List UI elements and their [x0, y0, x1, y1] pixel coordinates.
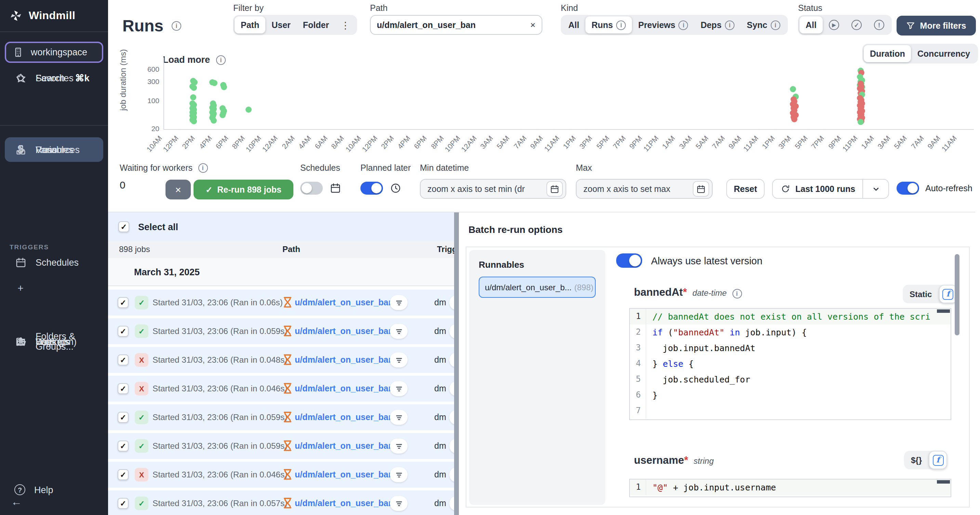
filter-by-path-icon[interactable] — [390, 439, 407, 453]
job-checkbox[interactable]: ✓ — [118, 355, 129, 365]
code-line[interactable]: 7 — [630, 403, 951, 419]
reset-button[interactable]: Reset — [726, 179, 765, 199]
job-row[interactable]: ✓ Started 31/03, 23:06 (Ran in 0.057s) u… — [108, 490, 454, 515]
calendar-picker-button[interactable] — [546, 181, 563, 197]
horizontal-scrollbar[interactable] — [937, 309, 950, 313]
filter-by-option[interactable]: User — [265, 16, 297, 33]
info-icon[interactable]: i — [172, 21, 181, 31]
sidebar-item[interactable]: Search ⌘k — [0, 68, 108, 88]
success-job-dot[interactable] — [790, 86, 796, 92]
success-job-dot[interactable] — [191, 85, 197, 91]
app-logo[interactable]: Windmill — [0, 4, 108, 27]
filter-by-path-icon[interactable] — [390, 324, 407, 339]
sidebar-item-schedules[interactable]: Schedules — [0, 252, 108, 273]
x-axis-line[interactable] — [164, 129, 974, 130]
latest-version-toggle[interactable] — [616, 254, 642, 268]
collapse-sidebar-icon[interactable]: ← — [11, 496, 22, 508]
success-job-dot[interactable] — [858, 119, 864, 125]
job-checkbox[interactable]: ✓ — [118, 297, 129, 308]
success-job-dot[interactable] — [220, 112, 226, 118]
job-checkbox[interactable]: ✓ — [118, 412, 129, 423]
schedules-toggle[interactable] — [300, 182, 323, 195]
filter-by-path-icon[interactable] — [390, 467, 407, 482]
min-datetime-input[interactable]: zoom x axis to set min (dr — [420, 179, 566, 199]
success-job-dot[interactable] — [190, 94, 196, 100]
max-datetime-input[interactable]: zoom x axis to set max — [576, 179, 713, 199]
success-job-dot[interactable] — [191, 118, 197, 124]
job-checkbox[interactable]: ✓ — [118, 469, 129, 480]
success-job-dot[interactable] — [211, 80, 218, 86]
job-row[interactable]: ✓ Started 31/03, 23:06 (Ran in 0.046s) u… — [108, 376, 454, 402]
job-row[interactable]: ✓ Started 31/03, 23:06 (Ran in 0.046s) u… — [108, 462, 454, 488]
path-filter-input[interactable]: u/dm/alert_on_user_ban × — [370, 15, 542, 35]
job-path-link[interactable]: u/dm/alert_on_user_ban — [295, 383, 394, 393]
filter-by-path-icon[interactable] — [390, 410, 407, 425]
filter-by-path-icon[interactable] — [390, 381, 407, 396]
filter-by-path-icon[interactable] — [390, 295, 407, 310]
job-path-link[interactable]: u/dm/alert_on_user_ban — [295, 441, 394, 450]
job-path-link[interactable]: u/dm/alert_on_user_ban — [295, 298, 394, 307]
chevron-down-icon[interactable] — [862, 180, 888, 198]
kind-option[interactable]: All i — [562, 16, 585, 33]
status-success-icon[interactable]: ✓ — [845, 16, 868, 33]
chart-view-tab[interactable]: Duration — [864, 45, 911, 62]
runs-window-select[interactable]: Last 1000 runs — [772, 179, 889, 199]
code-line[interactable]: 1// bannedAt does not exist on all versi… — [630, 309, 951, 325]
success-job-dot[interactable] — [221, 84, 227, 90]
status-option-all[interactable]: All — [799, 16, 823, 33]
job-checkbox[interactable]: ✓ — [118, 441, 129, 452]
select-all-checkbox[interactable]: ✓ — [118, 221, 129, 232]
auto-refresh-toggle[interactable] — [897, 182, 919, 195]
job-row[interactable]: ✓ Started 31/03, 23:06 (Ran in 0.048s) u… — [108, 347, 454, 373]
calendar-picker-button[interactable] — [693, 181, 709, 197]
kind-option[interactable]: Runs i — [585, 16, 632, 33]
job-checkbox[interactable]: ✓ — [118, 498, 129, 509]
runnable-item[interactable]: u/dm/alert_on_user_b... (898) — [479, 277, 596, 298]
code-editor-username[interactable]: 1"@" + job.input.username — [629, 479, 951, 497]
status-running-icon[interactable]: ▶ — [823, 16, 845, 33]
add-trigger-button[interactable]: + — [0, 277, 108, 298]
status-failure-icon[interactable]: ! — [868, 16, 891, 33]
filter-by-option[interactable]: Folder — [297, 16, 335, 33]
code-line[interactable]: 4} else { — [630, 356, 951, 372]
workspace-selector[interactable]: workingspace — [5, 42, 103, 63]
success-job-dot[interactable] — [245, 106, 252, 113]
job-row[interactable]: ✓ Started 31/03, 23:06 (Ran in 0.06s) u/… — [108, 290, 454, 315]
horizontal-scrollbar[interactable] — [937, 480, 950, 483]
success-job-dot[interactable] — [211, 117, 217, 124]
planned-later-toggle[interactable] — [360, 182, 383, 195]
static-mode-button[interactable]: Static — [903, 289, 939, 299]
kind-option[interactable]: Deps i — [694, 16, 741, 33]
rerun-jobs-button[interactable]: ✓ Re-run 898 jobs — [194, 180, 293, 200]
sidebar-nav-item[interactable]: Resources — [0, 137, 108, 162]
chart-view-tab[interactable]: Concurrency — [911, 45, 976, 62]
kind-option[interactable]: Previews i — [632, 16, 694, 33]
job-checkbox[interactable]: ✓ — [118, 383, 129, 394]
load-more-button[interactable]: Load more i — [163, 55, 226, 65]
panel-scrollbar-thumb[interactable] — [955, 254, 959, 335]
code-line[interactable]: 2if ("bannedAt" in job.input) { — [630, 325, 951, 340]
job-path-link[interactable]: u/dm/alert_on_user_ban — [295, 498, 394, 508]
code-line[interactable]: 6} — [630, 387, 951, 403]
code-line[interactable]: 1"@" + job.input.username — [630, 480, 951, 495]
kebab-menu-icon[interactable]: ⋮ — [335, 19, 356, 30]
job-path-link[interactable]: u/dm/alert_on_user_ban — [295, 326, 394, 336]
clear-path-icon[interactable]: × — [530, 20, 536, 30]
code-line[interactable]: 5 job.scheduled_for — [630, 372, 951, 387]
code-line[interactable]: 3 job.input.bannedAt — [630, 340, 951, 356]
job-path-link[interactable]: u/dm/alert_on_user_ban — [295, 412, 394, 422]
panel-resize-handle[interactable] — [454, 212, 459, 515]
more-filters-button[interactable]: More filters — [897, 16, 976, 35]
code-editor-bannedAt[interactable]: 1// bannedAt does not exist on all versi… — [629, 308, 951, 420]
kind-option[interactable]: Sync i — [741, 16, 786, 33]
sidebar-item[interactable]: Logs — [0, 329, 108, 354]
filter-by-option[interactable]: Path — [235, 16, 265, 33]
job-path-link[interactable]: u/dm/alert_on_user_ban — [295, 469, 394, 479]
job-checkbox[interactable]: ✓ — [118, 326, 129, 337]
info-icon[interactable]: i — [732, 289, 742, 298]
filter-by-path-icon[interactable] — [390, 496, 407, 511]
filter-by-path-icon[interactable] — [390, 352, 407, 368]
job-row[interactable]: ✓ Started 31/03, 23:06 (Ran in 0.059s) u… — [108, 404, 454, 430]
job-row[interactable]: ✓ Started 31/03, 23:06 (Ran in 0.059s) u… — [108, 318, 454, 344]
cancel-selection-button[interactable]: × — [165, 180, 191, 200]
